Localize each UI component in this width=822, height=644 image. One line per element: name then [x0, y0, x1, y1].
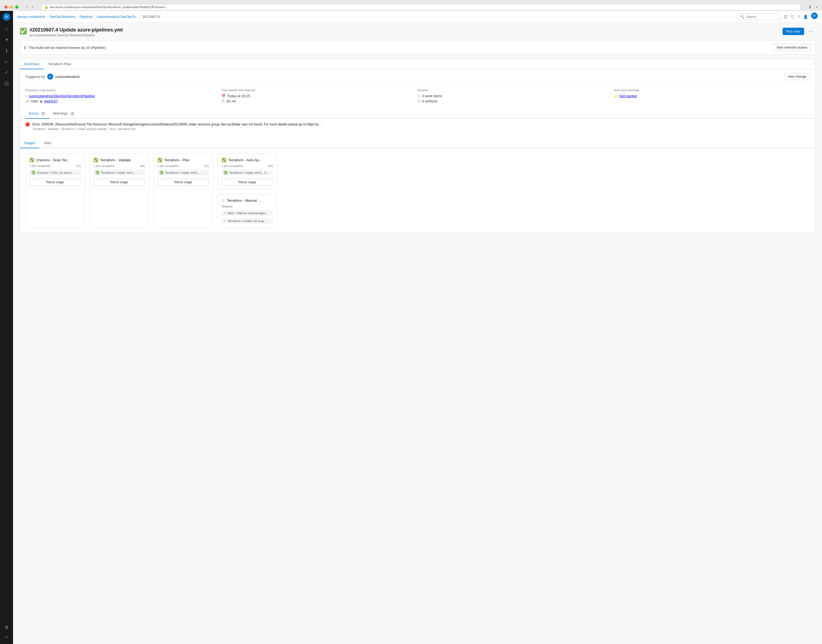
stage-name-autoapply: Terraform - Auto Ap... — [228, 158, 262, 162]
skipped-label: Skipped — [222, 205, 273, 208]
stage-name-checkov: Checkov - Scan Ter... — [36, 158, 69, 162]
tab-summary[interactable]: Summary — [20, 59, 44, 69]
view-retention-leases-button[interactable]: View retention leases — [773, 44, 811, 51]
address-bar[interactable]: 🔒 dev.azure.com/devops-mckendrick/DevOps… — [41, 4, 801, 10]
plan-job-icon: ✅ — [160, 171, 164, 174]
nav-icon-shield[interactable]: 🛡 — [791, 15, 794, 19]
triggered-user: russmckendrick — [55, 75, 80, 79]
stage-success-icon-autoapply: ✅ — [222, 158, 226, 162]
sidebar-icon-expand[interactable]: » — [2, 632, 11, 642]
breadcrumb-pipelines[interactable]: Pipelines — [80, 15, 93, 19]
breadcrumb-pipeline-name[interactable]: russmckendrick.DevOpsTe... — [97, 15, 138, 19]
commit-icon: ◆ — [40, 100, 42, 103]
tab-terraform-plan[interactable]: Terraform Plan — [44, 59, 75, 69]
tab-jobs[interactable]: Jobs — [39, 138, 55, 148]
meta-related: Related ☐ 0 work items ☐ 0 artifacts — [418, 89, 614, 104]
breadcrumb-devopsterraform[interactable]: DevOpsTerraform — [50, 15, 75, 19]
sidebar-icon-workitems[interactable]: ✦ — [2, 35, 11, 44]
validate-duration: 48s — [140, 164, 145, 167]
nav-icon-help[interactable]: ? — [798, 15, 800, 19]
back-icon[interactable]: ‹ — [26, 5, 28, 9]
repo-name[interactable]: russmckendrick/DevOpsTerraformPipeline — [29, 94, 95, 98]
calendar-icon: 📅 — [222, 94, 226, 98]
error-message: Error: ERROR: (ResourceNotFound) The Res… — [32, 122, 321, 127]
rerun-validate-button[interactable]: Rerun stage — [93, 179, 145, 186]
forward-icon[interactable]: › — [32, 5, 33, 9]
sidebar-icon-pipelines[interactable]: ▷ — [2, 57, 11, 66]
plan-job: ✅ Terraform > install, init &... ... — [158, 170, 209, 175]
artifacts: 0 artifacts — [422, 99, 437, 103]
errors-tab[interactable]: Errors 1 — [25, 109, 49, 119]
build-header: ✅ #20210607.4 Update azure-pipelines.yml… — [20, 27, 816, 37]
info-banner: ℹ This build will be retained forever by… — [20, 40, 816, 55]
tab-stages[interactable]: Stages — [20, 138, 39, 148]
rerun-checkov-button[interactable]: Rerun stage — [29, 179, 81, 186]
commit-hash[interactable]: eed4157 — [44, 99, 58, 103]
meta-grid: Repository and version ⑂ russmckendrick/… — [20, 84, 815, 109]
nav-icon-user[interactable]: 👤 — [803, 15, 808, 19]
user-avatar-sm: ru — [47, 74, 53, 80]
meta-time: Time started and elapsed 📅 Today at 20:2… — [222, 89, 418, 104]
meta-repo: Repository and version ⑂ russmckendrick/… — [25, 89, 222, 104]
nav-icon-list[interactable]: ☰ — [784, 15, 788, 19]
warnings-tab[interactable]: Warnings 2 — [49, 109, 79, 119]
stage-name-validate: Terraform - Validate — [100, 158, 131, 162]
stage-card-validate: ✅ Terraform - Validate 1 job completed 4… — [89, 154, 149, 228]
sidebar: D ⌂ ✦ ⟩ ▷ ✓ ◫ ⚙ » — [0, 11, 13, 644]
more-button[interactable]: ⋯ — [806, 27, 816, 35]
stage-card-plan: ✅ Terraform - Plan 1 job completed 31s ✅… — [153, 154, 213, 228]
stage-name-manual: Terraform - Manual ... — [227, 198, 260, 202]
build-title: #20210607.4 Update azure-pipelines.yml — [30, 27, 123, 33]
search-placeholder: Search — [746, 15, 756, 19]
traffic-light-maximize[interactable] — [15, 5, 18, 9]
work-items: 0 work items — [422, 94, 442, 98]
page-area: ✅ #20210607.4 Update azure-pipelines.yml… — [13, 23, 822, 644]
errors-count: 1 — [41, 112, 46, 115]
test-icon: ⚡ — [614, 94, 618, 98]
plan-jobs: 1 job completed — [158, 164, 179, 167]
rerun-plan-button[interactable]: Rerun stage — [158, 179, 209, 186]
triggered-section: Triggered by ru russmckendrick View chan… — [20, 69, 815, 84]
breadcrumb: devops-mckendrick / DevOpsTerraform / Pi… — [17, 15, 160, 19]
avatar[interactable]: D — [3, 13, 10, 21]
time-label: Time started and elapsed — [222, 89, 418, 92]
manual-job2-icon: ⊙ — [224, 219, 226, 222]
breadcrumb-build-id: 20210607.4 — [142, 15, 160, 19]
triggered-by: Triggered by ru russmckendrick — [25, 74, 80, 80]
search-box[interactable]: 🔍 Search — [737, 14, 781, 20]
user-avatar[interactable]: D — [811, 12, 817, 19]
manual-job-1: ⊙ Wait > Wait for manual appo... — [222, 210, 273, 216]
view-change-button[interactable]: View change — [784, 73, 810, 80]
sidebar-icon-settings[interactable]: ⚙ — [2, 622, 11, 632]
warnings-tab-label: Warnings — [53, 111, 68, 115]
rerun-autoapply-button[interactable]: Rerun stage — [222, 179, 273, 186]
retention-text: This build will be retained forever by 1… — [29, 46, 106, 50]
stage-success-icon-validate: ✅ — [93, 158, 98, 162]
sidebar-icon-home[interactable]: ⌂ — [2, 24, 11, 34]
stage-card-manual: ⊙ Terraform - Manual ... Skipped ⊙ Wait … — [217, 194, 277, 228]
search-icon: 🔍 — [740, 15, 744, 19]
get-started-link[interactable]: Get started — [620, 94, 637, 98]
stage-success-icon-plan: ✅ — [158, 158, 162, 162]
sidebar-icon-repos[interactable]: ⟩ — [2, 46, 11, 55]
traffic-light-minimize[interactable] — [10, 5, 13, 9]
build-actions: Run new ⋯ — [783, 27, 816, 35]
clock-icon: ⏱ — [222, 100, 225, 103]
share-icon[interactable]: ⬆ — [808, 5, 812, 9]
errors-tab-label: Errors — [29, 111, 38, 115]
sidebar-icon-testplans[interactable]: ✓ — [2, 67, 11, 77]
warnings-count: 2 — [70, 112, 75, 115]
run-new-button[interactable]: Run new — [783, 28, 804, 35]
build-success-icon: ✅ — [20, 28, 27, 35]
autoapply-job-label: Terraform > install, init &... 4... — [229, 171, 269, 174]
error-item: 🔴 Error: ERROR: (ResourceNotFound) The R… — [20, 119, 815, 134]
sidebar-icon-artifacts[interactable]: ◫ — [2, 78, 11, 88]
artifacts-icon: ☐ — [418, 100, 421, 103]
autoapply-job-icon: ✅ — [224, 171, 228, 174]
manual-job-2: ⊙ Terraform > install, init & ap... — [222, 218, 273, 224]
error-icon: 🔴 — [25, 122, 30, 127]
traffic-light-close[interactable] — [5, 5, 8, 9]
add-tab-icon[interactable]: + — [816, 5, 817, 9]
stage-name-plan: Terraform - Plan — [164, 158, 190, 162]
breadcrumb-devops[interactable]: devops-mckendrick — [17, 15, 45, 19]
